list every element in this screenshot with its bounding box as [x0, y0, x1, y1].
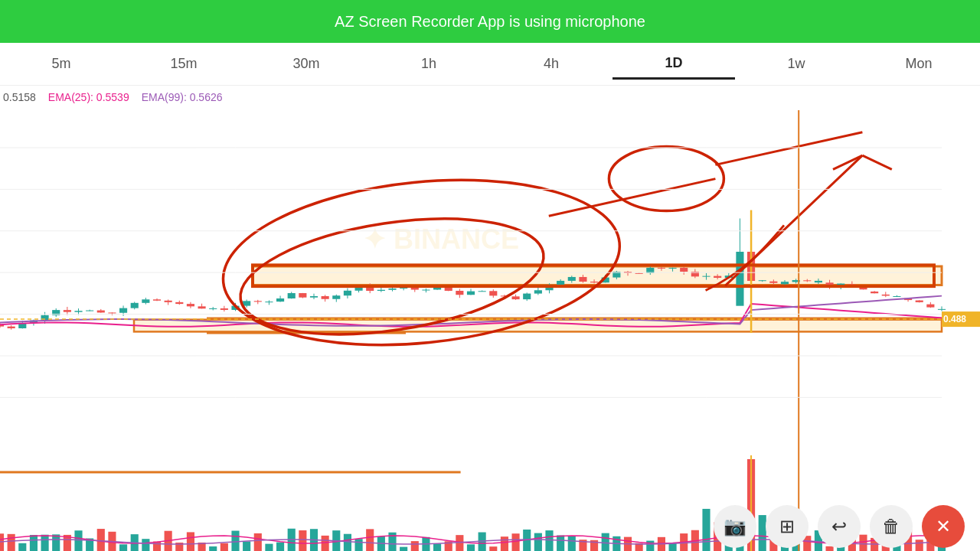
tf-30m[interactable]: 30m	[245, 50, 368, 78]
tf-1h[interactable]: 1h	[368, 50, 490, 78]
bottom-toolbar: 📷 ⊞ ↩ 🗑 ✕	[0, 502, 980, 551]
chart-area: 0.5158 EMA(25): 0.5539 EMA(99): 0.5626 0…	[0, 86, 980, 551]
trash-button[interactable]: 🗑	[870, 505, 913, 548]
ema-labels: 0.5158 EMA(25): 0.5539 EMA(99): 0.5626	[3, 86, 223, 109]
tf-5m[interactable]: 5m	[0, 50, 122, 78]
tf-4h[interactable]: 4h	[490, 50, 612, 78]
tf-1w[interactable]: 1w	[735, 50, 858, 78]
ema99-label: EMA(99): 0.5626	[142, 91, 223, 103]
notification-bar: AZ Screen Recorder App is using micropho…	[0, 0, 980, 43]
chart-canvas	[0, 86, 980, 551]
ema25-label: EMA(25): 0.5539	[48, 91, 129, 103]
close-button[interactable]: ✕	[922, 505, 965, 548]
timeframe-bar: 5m 15m 30m 1h 4h 1D 1w Mon	[0, 43, 980, 86]
ema-value: 0.5158	[3, 91, 36, 103]
tf-15m[interactable]: 15m	[122, 50, 245, 78]
tf-1d[interactable]: 1D	[612, 49, 735, 80]
tf-mon[interactable]: Mon	[858, 50, 980, 78]
camera-button[interactable]: 📷	[714, 505, 756, 548]
undo-button[interactable]: ↩	[818, 505, 861, 548]
grid-button[interactable]: ⊞	[766, 505, 808, 548]
notification-text: AZ Screen Recorder App is using micropho…	[335, 13, 645, 31]
